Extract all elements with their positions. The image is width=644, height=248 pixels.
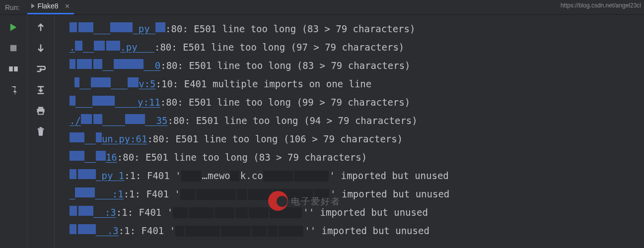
output-line: py :80: E501 line too long (83 > 79 char…	[70, 20, 644, 38]
file-link[interactable]: y:11	[70, 93, 160, 112]
output-line: py 1:1: F401 '…mewok.co ' imported but u…	[70, 167, 644, 185]
svg-rect-7	[38, 128, 44, 130]
run-panel-header: Run: Flake8 ✕	[0, 0, 644, 15]
pin-icon[interactable]	[8, 85, 18, 95]
file-link[interactable]: .3	[70, 222, 119, 240]
output-line: 0:80: E501 line too long (83 > 79 charac…	[70, 57, 644, 75]
print-icon[interactable]	[36, 106, 46, 116]
file-link[interactable]: 16	[70, 148, 117, 167]
file-link[interactable]: :3	[70, 203, 116, 222]
file-link[interactable]: . .py	[70, 38, 154, 57]
output-line: ./ 35:80: E501 line too long (94 > 79 ch…	[70, 112, 644, 130]
scroll-to-end-icon[interactable]	[36, 85, 46, 95]
output-line: :1:1: F401 ' ' imported but unused	[70, 185, 644, 203]
stop-icon[interactable]	[8, 43, 18, 53]
output-line: .3:1: F401 ' '' imported but unused	[70, 222, 644, 240]
output-line: v:5:10: E401 multiple imports on one lin…	[70, 75, 644, 93]
run-tab-flake8[interactable]: Flake8 ✕	[27, 0, 74, 14]
close-icon[interactable]: ✕	[65, 2, 70, 10]
run-icon[interactable]	[8, 22, 18, 32]
svg-marker-0	[10, 24, 17, 31]
down-arrow-icon[interactable]	[36, 43, 46, 53]
run-panel-body: py :80: E501 line too long (83 > 79 char…	[0, 15, 644, 248]
layout-icon[interactable]	[8, 64, 18, 74]
output-line: y:11:80: E501 line too long (99 > 79 cha…	[70, 93, 644, 112]
svg-rect-6	[38, 111, 43, 114]
file-link[interactable]: :1	[70, 185, 124, 203]
soft-wrap-icon[interactable]	[36, 64, 46, 74]
file-link[interactable]: un.py:61	[70, 130, 147, 148]
file-link[interactable]: py 1	[70, 167, 124, 185]
run-gutter-right	[27, 15, 55, 248]
run-label: Run:	[5, 3, 20, 11]
output-line: :3:1: F401 ' '' imported but unused	[70, 203, 644, 222]
svg-rect-3	[14, 66, 18, 71]
play-icon	[31, 3, 35, 8]
file-link[interactable]: v:5	[74, 75, 156, 93]
svg-rect-1	[10, 45, 17, 52]
up-arrow-icon[interactable]	[36, 22, 46, 32]
output-line: un.py:61:80: E501 line too long (106 > 7…	[70, 130, 644, 148]
trash-icon[interactable]	[36, 126, 46, 136]
run-gutter-left	[0, 15, 27, 248]
output-line: . .py :80: E501 line too long (97 > 79 c…	[70, 38, 644, 57]
output-line: 16:80: E501 line too long (83 > 79 chara…	[70, 148, 644, 167]
svg-rect-2	[9, 66, 13, 71]
file-link[interactable]: py	[70, 20, 165, 38]
source-url-hint: https://blog.csdn.net/angel23cl	[561, 2, 641, 9]
tab-label: Flake8	[38, 2, 59, 10]
svg-rect-8	[40, 127, 42, 128]
file-link[interactable]: ./ 35	[70, 112, 167, 130]
console-output[interactable]: py :80: E501 line too long (83 > 79 char…	[55, 15, 644, 248]
svg-rect-4	[38, 107, 43, 109]
file-link[interactable]: 0	[70, 57, 160, 75]
